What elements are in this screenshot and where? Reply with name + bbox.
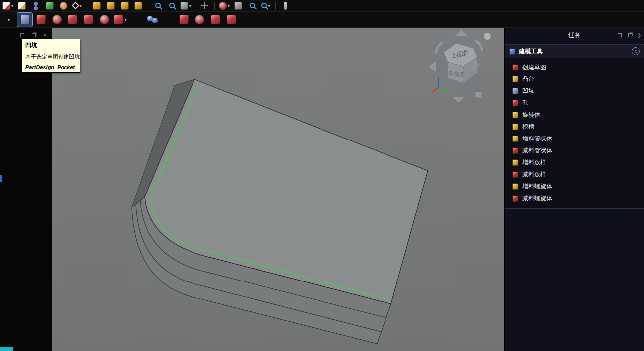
view-cube-icon[interactable]	[179, 0, 192, 11]
chevron-right-icon[interactable]: ❯	[637, 33, 641, 38]
nav-arrow-down-icon	[452, 97, 465, 103]
task-item-subtractive-pipe[interactable]: 减料管状体	[505, 144, 644, 156]
toolbar-icon	[36, 15, 46, 24]
modeling-tools-icon	[509, 48, 515, 55]
groove-tool-icon[interactable]	[49, 13, 64, 27]
figure-icon[interactable]	[29, 0, 42, 11]
nav-arrow-up-icon	[455, 30, 468, 36]
toolbar-icon	[148, 2, 148, 10]
subtractive-more-icon[interactable]	[113, 13, 128, 27]
subtractive-loft-icon[interactable]	[81, 13, 96, 27]
zoom-icon[interactable]	[151, 0, 164, 11]
toolbar-icon	[195, 2, 195, 10]
navigation-cube[interactable]: 上视图 前视图	[428, 29, 493, 104]
pad-icon	[512, 76, 518, 82]
task-panel-titlebar: 任务 ❯	[505, 28, 644, 42]
axis-indicator	[432, 77, 448, 93]
pocket-tool-icon[interactable]	[17, 13, 32, 27]
toolbar-icon	[136, 16, 136, 24]
3d-viewport[interactable]: 上视图 前视图	[52, 28, 504, 351]
task-item-subtractive-loft[interactable]: 减料放样	[505, 168, 644, 180]
clipping-sphere-icon[interactable]	[218, 0, 231, 11]
new-document-icon[interactable]	[1, 0, 14, 11]
subtractive-helix-icon[interactable]	[97, 13, 112, 27]
modeling-tools-header[interactable]: 建模工具	[505, 45, 644, 58]
separator	[273, 0, 278, 11]
boolean-spheres-icon[interactable]	[144, 13, 159, 27]
minimize-icon[interactable]	[19, 32, 25, 38]
task-item-additive-pipe[interactable]: 增料管状体	[505, 133, 644, 144]
nav-rotate-left-icon	[436, 42, 443, 53]
selection-filter-icon[interactable]	[71, 0, 84, 11]
task-item-label: 减料螺旋体	[522, 194, 552, 203]
task-item-label: 凸台	[522, 75, 534, 83]
zoom-options-icon[interactable]	[259, 0, 272, 11]
groove-icon	[512, 124, 518, 130]
hole-icon	[512, 100, 518, 106]
toolbar-icon	[52, 15, 62, 24]
chamfer-tool-icon[interactable]	[224, 13, 239, 27]
additive-pipe-icon	[512, 136, 518, 142]
close-icon[interactable]: ✕	[42, 32, 48, 38]
tooltip: 凹坑 基于选定草图创建凹坑 PartDesign_Pocket	[22, 39, 80, 73]
additive-helix-icon	[512, 183, 518, 190]
tooltip-description: 基于选定草图创建凹坑	[25, 53, 77, 61]
collapse-section-icon[interactable]	[632, 47, 640, 55]
float-icon[interactable]	[616, 32, 623, 38]
zoom-small-icon[interactable]	[246, 0, 258, 11]
box-tool-4-icon[interactable]	[132, 0, 145, 11]
mascot-icon[interactable]	[57, 0, 70, 11]
tooltip-command: PartDesign_Pocket	[25, 64, 77, 70]
task-item-pad[interactable]: 凸台	[505, 73, 644, 85]
open-document-icon[interactable]	[15, 0, 28, 11]
axis-cross-icon[interactable]	[198, 0, 211, 11]
task-item-revolution[interactable]: 旋转体	[505, 109, 644, 121]
screwdriver-icon[interactable]	[279, 0, 292, 11]
box-tool-1-icon[interactable]	[90, 0, 103, 11]
toolbar-icon	[34, 2, 38, 6]
task-item-additive-loft[interactable]: 增料放样	[505, 156, 644, 168]
task-item-label: 孔	[522, 99, 528, 107]
draft-tool-icon[interactable]	[192, 13, 207, 27]
toolbar-icon	[2, 2, 10, 10]
toolbar-icon	[179, 15, 189, 24]
toolbar-icon	[211, 15, 220, 24]
separator	[212, 0, 217, 11]
toolbar-icon	[234, 2, 242, 10]
task-item-label: 减料管状体	[522, 146, 552, 155]
task-item-label: 挖槽	[522, 123, 534, 131]
model-tree-panel: ✕	[0, 28, 52, 351]
task-item-create-sketch[interactable]: 创建草图	[505, 61, 644, 73]
toolbar-icon	[155, 3, 161, 8]
task-item-pocket[interactable]: 凹坑	[505, 85, 644, 97]
box-tool-3-icon[interactable]	[118, 0, 131, 11]
toolbar-icon	[93, 2, 101, 10]
bounding-cube-icon[interactable]	[232, 0, 245, 11]
task-item-subtractive-helix[interactable]: 减料螺旋体	[505, 192, 644, 204]
modeling-tools-title: 建模工具	[519, 47, 628, 56]
box-tool-2-icon[interactable]	[104, 0, 117, 11]
separator	[193, 0, 197, 11]
thickness-tool-icon[interactable]	[176, 13, 191, 27]
stamp-icon[interactable]	[43, 0, 56, 11]
fillet-tool-icon[interactable]	[208, 13, 223, 27]
nav-arrow-left-icon	[429, 61, 436, 72]
task-item-hole[interactable]: 孔	[505, 97, 644, 109]
task-item-label: 增料螺旋体	[522, 182, 552, 191]
task-panel-window-controls: ❯	[616, 32, 641, 38]
toolbar-icon	[219, 2, 227, 10]
task-panel-title: 任务	[568, 31, 581, 40]
restore-icon[interactable]	[30, 32, 37, 38]
subtractive-pipe-icon	[512, 147, 518, 154]
toolbar-overflow-caret[interactable]	[1, 13, 16, 27]
zoom-in-icon[interactable]	[165, 0, 178, 11]
restore-icon[interactable]	[627, 32, 633, 38]
task-item-groove[interactable]: 挖槽	[505, 121, 644, 133]
task-item-additive-helix[interactable]: 增料螺旋体	[505, 180, 644, 192]
toolbar-icon	[180, 2, 188, 10]
subtractive-pipe-icon[interactable]	[65, 13, 80, 27]
modeling-tools-box: 建模工具 创建草图 凸台 凹坑	[505, 44, 644, 209]
toolbar-icon	[169, 3, 175, 8]
hole-tool-icon[interactable]	[33, 13, 48, 27]
toolbar-icon	[168, 16, 168, 24]
